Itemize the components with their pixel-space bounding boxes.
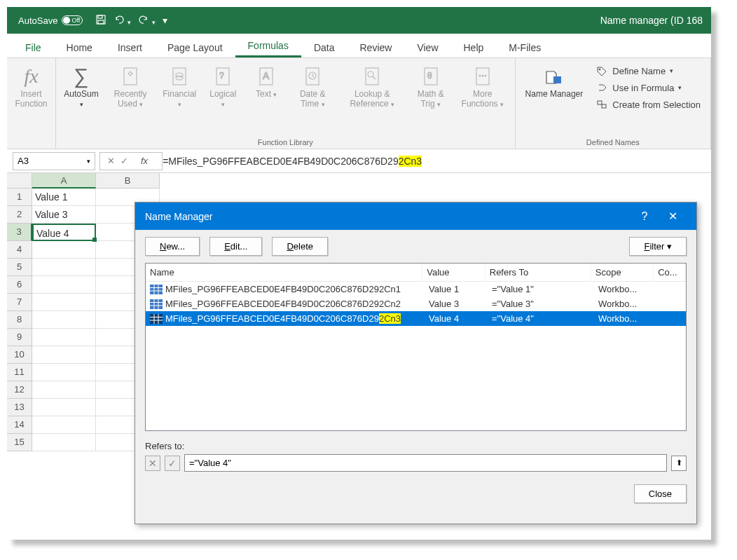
refers-to-input[interactable]: ="Value 4" [184, 454, 667, 472]
svg-rect-24 [602, 104, 606, 108]
row-header[interactable]: 8 [7, 311, 32, 329]
qat-customize-icon[interactable]: ▾ [163, 15, 167, 26]
cell[interactable] [32, 434, 96, 451]
name-manager-button[interactable]: Name Manager [520, 61, 589, 135]
autosave-toggle[interactable]: Off [62, 15, 83, 25]
define-name-button[interactable]: Define Name ▾ [594, 64, 702, 78]
cell[interactable] [32, 346, 96, 364]
selection-icon [595, 99, 608, 110]
formula-input[interactable]: =MFiles_PG96FFEABCED0E4FB49D0C206C876D29… [163, 156, 422, 167]
cell[interactable]: Value 3 [32, 206, 96, 224]
cell[interactable]: Value 4 [32, 224, 96, 241]
dialog-title: Name Manager [145, 211, 631, 222]
lookup-button[interactable]: Lookup & Reference ▾ [338, 61, 406, 135]
cell[interactable] [32, 259, 96, 276]
tab-mfiles[interactable]: M-Files [496, 36, 553, 57]
range-picker-icon[interactable]: ⬆ [671, 456, 687, 471]
edit-button[interactable]: Edit... [209, 237, 262, 256]
col-comment[interactable]: Co... [654, 264, 686, 281]
row-header[interactable]: 6 [7, 276, 32, 294]
name-row[interactable]: MFiles_PG96FFEABCED0E4FB49D0C206C876D292… [146, 296, 686, 311]
formula-icon [595, 82, 608, 93]
row-header[interactable]: 10 [7, 346, 32, 364]
autosum-button[interactable]: ∑AutoSum ▾ [60, 61, 102, 135]
col-scope[interactable]: Scope [591, 264, 654, 281]
help-icon[interactable]: ? [631, 210, 659, 223]
more-functions-button[interactable]: More Functions ▾ [455, 61, 511, 135]
math-trig-button[interactable]: θMath & Trig ▾ [408, 61, 453, 135]
cancel-formula-icon[interactable]: ✕ [107, 156, 115, 166]
row-header[interactable]: 14 [7, 416, 32, 434]
svg-point-20 [485, 75, 486, 76]
tab-home[interactable]: Home [54, 36, 105, 57]
cell[interactable] [32, 276, 96, 294]
tab-page-layout[interactable]: Page Layout [155, 36, 235, 57]
tab-file[interactable]: File [13, 36, 54, 57]
insert-function-button[interactable]: fxInsert Function [11, 61, 51, 144]
svg-point-22 [599, 69, 600, 70]
row-header[interactable]: 12 [7, 381, 32, 399]
svg-point-18 [479, 75, 481, 76]
fx-icon[interactable]: fx [134, 156, 155, 166]
cell[interactable] [32, 294, 96, 311]
close-button[interactable]: Close [634, 484, 687, 503]
cell[interactable] [32, 381, 96, 399]
col-refers[interactable]: Refers To [485, 264, 591, 281]
redo-icon[interactable]: ▾ [138, 15, 156, 27]
row-header[interactable]: 5 [7, 259, 32, 276]
cell[interactable] [32, 399, 96, 416]
column-header-a[interactable]: A [32, 173, 96, 189]
cell[interactable] [32, 329, 96, 346]
tag-icon [595, 65, 608, 76]
row-header[interactable]: 4 [7, 241, 32, 259]
row-header[interactable]: 13 [7, 399, 32, 416]
row-header[interactable]: 9 [7, 329, 32, 346]
undo-icon[interactable]: ▾ [113, 15, 131, 27]
row-header[interactable]: 3 [7, 224, 32, 241]
row-header[interactable]: 1 [7, 189, 32, 206]
name-row[interactable]: MFiles_PG96FFEABCED0E4FB49D0C206C876D292… [146, 311, 686, 326]
new-button[interactable]: New... [145, 237, 200, 256]
dialog-title-bar[interactable]: Name Manager ? ✕ [135, 203, 696, 230]
col-value[interactable]: Value [422, 264, 485, 281]
cell[interactable] [32, 416, 96, 434]
logical-button[interactable]: ?Logical ▾ [202, 61, 244, 135]
refers-accept-icon[interactable]: ✓ [165, 456, 180, 471]
tab-review[interactable]: Review [347, 36, 405, 57]
row-header[interactable]: 15 [7, 434, 32, 451]
tab-insert[interactable]: Insert [105, 36, 155, 57]
cell[interactable]: Value 1 [32, 189, 96, 206]
delete-button[interactable]: Delete [272, 237, 328, 256]
tab-view[interactable]: View [404, 36, 450, 57]
svg-rect-1 [98, 15, 102, 18]
tab-formulas[interactable]: Formulas [235, 34, 301, 57]
cell[interactable] [32, 241, 96, 259]
refers-cancel-icon[interactable]: ✕ [145, 456, 160, 471]
create-from-selection-button[interactable]: Create from Selection [594, 97, 702, 111]
select-all-corner[interactable] [7, 173, 32, 189]
financial-button[interactable]: Financial ▾ [158, 61, 200, 135]
column-header-b[interactable]: B [96, 173, 160, 189]
row-header[interactable]: 11 [7, 364, 32, 381]
filter-button[interactable]: Filter ▾ [629, 237, 687, 256]
use-in-formula-button[interactable]: Use in Formula ▾ [594, 81, 702, 95]
cell[interactable] [32, 364, 96, 381]
close-icon[interactable]: ✕ [659, 210, 687, 223]
accept-formula-icon[interactable]: ✓ [120, 156, 128, 166]
tab-help[interactable]: Help [451, 36, 497, 57]
date-time-button[interactable]: Date & Time ▾ [289, 61, 336, 135]
autosave-control[interactable]: AutoSave Off [18, 15, 83, 26]
recently-used-button[interactable]: Recently Used ▾ [104, 61, 157, 135]
table-icon [150, 314, 163, 324]
cell[interactable] [32, 311, 96, 329]
svg-point-14 [368, 71, 373, 77]
chevron-down-icon[interactable]: ▾ [87, 158, 90, 165]
save-icon[interactable] [95, 14, 106, 27]
text-button[interactable]: AText ▾ [245, 61, 287, 135]
row-header[interactable]: 2 [7, 206, 32, 224]
col-name[interactable]: Name [146, 264, 422, 281]
row-header[interactable]: 7 [7, 294, 32, 311]
name-row[interactable]: MFiles_PG96FFEABCED0E4FB49D0C206C876D292… [146, 282, 686, 296]
name-box[interactable]: A3▾ [13, 152, 95, 170]
tab-data[interactable]: Data [301, 36, 347, 57]
